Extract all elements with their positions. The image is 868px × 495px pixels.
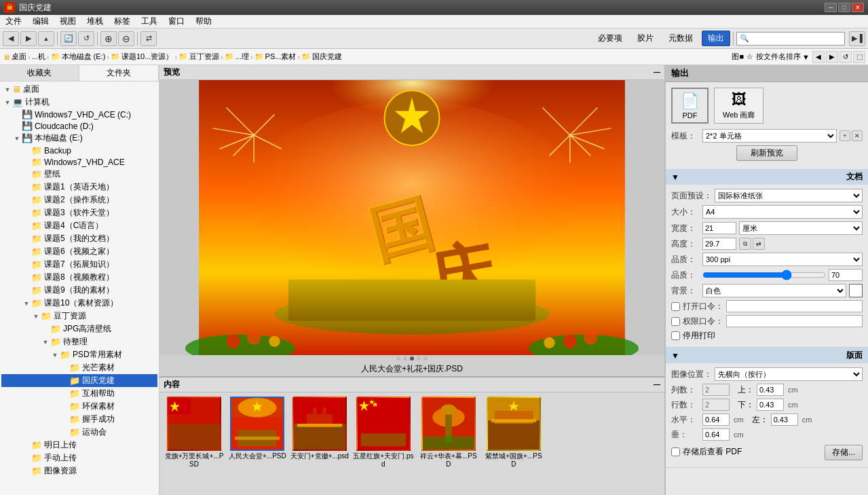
- copy-width-button[interactable]: ⧉: [739, 238, 751, 250]
- bc-view-prev[interactable]: ◀: [812, 51, 825, 63]
- tree-item-computer[interactable]: 💻 计算机: [1, 96, 157, 109]
- perm-pwd-checkbox[interactable]: [671, 317, 680, 326]
- close-button[interactable]: ✕: [852, 3, 864, 12]
- tree-item-manual[interactable]: 📁 手动上传: [1, 452, 157, 464]
- thumb-4[interactable]: 五星红旗+天安门.psd: [353, 397, 414, 491]
- thumb-3[interactable]: 天安门+党徽+...psd: [290, 397, 349, 491]
- refresh-preview-button[interactable]: 刷新预览: [736, 145, 797, 161]
- height-input[interactable]: [702, 238, 736, 250]
- tree-item-cdrive[interactable]: 💾 Windows7_VHD_ACE (C:): [1, 109, 157, 120]
- menu-view[interactable]: 视图: [54, 14, 81, 29]
- tree-item-course6[interactable]: 📁 课题6（视频之家）: [1, 245, 157, 258]
- width-unit-select[interactable]: 厘米: [739, 221, 863, 235]
- tree-item-wallpaper[interactable]: 📁 壁纸: [1, 168, 157, 181]
- swap-button[interactable]: ⇄: [140, 31, 157, 46]
- tree-item-handshake[interactable]: 📁 握手成功: [1, 413, 157, 426]
- tree-item-course2[interactable]: 📁 课题2（操作系统）: [1, 194, 157, 206]
- sidebar-tab-folders[interactable]: 文件夹: [79, 65, 159, 81]
- top-input[interactable]: [757, 384, 784, 396]
- tree-item-course5[interactable]: 📁 课题5（我的文档）: [1, 232, 157, 245]
- preview-dot-3[interactable]: [410, 356, 414, 361]
- tree-item-eco[interactable]: 📁 环保素材: [1, 400, 157, 413]
- tree-item-pending[interactable]: 📁 待整理: [1, 335, 157, 348]
- preview-dot-5[interactable]: [423, 356, 428, 361]
- quality-slider[interactable]: [702, 270, 826, 280]
- menu-file[interactable]: 文件: [0, 14, 27, 29]
- thumb-5[interactable]: 祥云+华表+幕...PSD: [418, 397, 479, 491]
- tree-item-course3[interactable]: 📁 课题3（软件天堂）: [1, 206, 157, 219]
- preview-dot-2[interactable]: [403, 356, 407, 361]
- tree-item-course7[interactable]: 📁 课题7（拓展知识）: [1, 258, 157, 271]
- size-select[interactable]: A4: [702, 205, 863, 219]
- back-button[interactable]: ◀: [3, 31, 19, 46]
- bc-machine[interactable]: ...机: [32, 52, 45, 62]
- rotate-left-button[interactable]: ↺: [78, 31, 94, 46]
- menu-label[interactable]: 标签: [109, 14, 136, 29]
- tree-item-desktop[interactable]: 🖥 桌面: [1, 83, 157, 96]
- thumbs-collapse[interactable]: —: [654, 381, 660, 388]
- tree-item-mutual[interactable]: 📁 互相帮助: [1, 387, 157, 400]
- tab-film[interactable]: 胶片: [631, 31, 660, 46]
- bg-select[interactable]: 白色: [702, 284, 846, 297]
- cols-input[interactable]: [702, 384, 730, 396]
- tree-item-course4[interactable]: 📁 课题4（C语言）: [1, 219, 157, 232]
- disable-print-checkbox[interactable]: [671, 331, 680, 340]
- minimize-button[interactable]: ─: [825, 3, 837, 12]
- bc-sort-selector[interactable]: 按文件名排序 ▼: [756, 52, 810, 62]
- bc-disk[interactable]: 本地磁盘 (E:): [62, 52, 106, 62]
- layout-section-header[interactable]: ▼ 版面: [666, 348, 868, 363]
- rows-input[interactable]: [702, 399, 730, 411]
- left-input[interactable]: [771, 414, 798, 426]
- zoom-in-button[interactable]: ⊕: [100, 31, 117, 46]
- tree-item-jpg[interactable]: 📁 JPG高清壁纸: [1, 323, 157, 335]
- tree-item-win7vhd[interactable]: 📁 Windows7_VHD_ACE: [1, 156, 157, 168]
- tab-output[interactable]: 输出: [702, 31, 730, 46]
- bc-view-refresh[interactable]: ↺: [839, 51, 852, 63]
- menu-help[interactable]: 帮助: [190, 14, 217, 29]
- bc-course10[interactable]: 课题10...资源）: [121, 52, 173, 62]
- preview-dot-4[interactable]: [417, 356, 421, 361]
- bc-doudingresource[interactable]: 豆丁资源: [189, 52, 219, 62]
- page-preset-select[interactable]: 国际标准纸张: [715, 189, 863, 202]
- tree-item-course1[interactable]: 📁 课题1（英语天地）: [1, 181, 157, 194]
- bg-color-swatch[interactable]: [849, 284, 863, 297]
- menu-stack[interactable]: 堆栈: [81, 14, 109, 29]
- bottom-input[interactable]: [757, 399, 784, 411]
- vert-input[interactable]: [702, 428, 730, 441]
- tree-item-light[interactable]: 📁 光芒素材: [1, 361, 157, 374]
- swap-wh-button[interactable]: ⇄: [753, 238, 765, 250]
- tab-metadata[interactable]: 元数据: [662, 31, 699, 46]
- bc-view-next[interactable]: ▶: [826, 51, 838, 63]
- save-pdf-checkbox[interactable]: [671, 447, 680, 456]
- menu-edit[interactable]: 编辑: [27, 14, 54, 29]
- tree-item-sports[interactable]: 📁 运动会: [1, 426, 157, 439]
- bc-process[interactable]: ...理: [235, 52, 249, 62]
- width-input[interactable]: [702, 222, 736, 234]
- horiz-input[interactable]: [702, 414, 730, 426]
- refresh-button[interactable]: 🔄: [60, 31, 77, 46]
- tree-item-course9[interactable]: 📁 课题9（我的素材）: [1, 284, 157, 297]
- bc-view-fullscreen[interactable]: ⬚: [853, 51, 865, 63]
- print-pwd-input[interactable]: [726, 300, 863, 312]
- tree-item-tomorrow[interactable]: 📁 明日上传: [1, 439, 157, 452]
- perm-pwd-input[interactable]: [726, 315, 863, 327]
- tree-item-imgres[interactable]: 📁 图像资源: [1, 464, 157, 477]
- sidebar-tab-favorites[interactable]: 收藏夹: [0, 65, 79, 81]
- panel-toggle-button[interactable]: ▶▐: [849, 31, 865, 46]
- quality-select[interactable]: 300 ppi: [702, 253, 863, 266]
- tree-item-douding[interactable]: 📁 豆丁资源: [1, 310, 157, 323]
- save-button[interactable]: 存储...: [825, 445, 863, 460]
- bc-national-day[interactable]: 国庆党建: [312, 52, 342, 62]
- tree-item-backup[interactable]: 📁 Backup: [1, 145, 157, 156]
- template-select[interactable]: 2*2 单元格: [702, 129, 837, 143]
- tree-item-edrive[interactable]: 💾 本地磁盘 (E:): [1, 132, 157, 145]
- preview-collapse[interactable]: —: [654, 69, 660, 76]
- doc-section-header[interactable]: ▼ 文档: [666, 169, 868, 185]
- thumb-2[interactable]: 人民大会堂+...PSD: [229, 397, 286, 491]
- zoom-out-button[interactable]: ⊖: [118, 31, 134, 46]
- tree-item-course10[interactable]: 📁 课题10（素材资源）: [1, 297, 157, 310]
- thumb-6[interactable]: 紫禁城+国旗+...PSD: [483, 397, 544, 491]
- bc-desktop[interactable]: 桌面: [12, 52, 26, 62]
- thumb-1[interactable]: 党旗+万里长城+...PSD: [164, 397, 225, 491]
- tree-item-course8[interactable]: 📁 课题8（视频教程）: [1, 271, 157, 284]
